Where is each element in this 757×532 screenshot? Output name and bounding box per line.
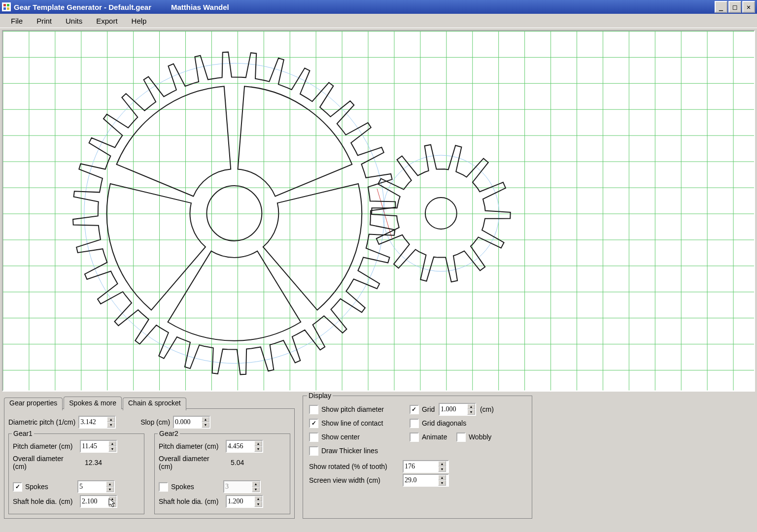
down-arrow-icon[interactable]: ▼ xyxy=(252,487,260,492)
gear2-spokes-input xyxy=(224,481,252,492)
grid-checkbox[interactable]: ✓ xyxy=(410,405,419,414)
svg-rect-3 xyxy=(7,7,9,10)
down-arrow-icon[interactable]: ▼ xyxy=(467,409,475,415)
gear2-shaft-label: Shaft hole dia. (cm) xyxy=(159,498,223,505)
svg-point-48 xyxy=(425,198,457,229)
gear2-legend: Gear2 xyxy=(158,430,180,437)
gear2-overall-label: Overall diameter (cm) xyxy=(159,455,223,470)
up-arrow-icon[interactable]: ▲ xyxy=(438,461,446,466)
up-arrow-icon[interactable]: ▲ xyxy=(254,496,262,501)
up-arrow-icon[interactable]: ▲ xyxy=(252,481,260,487)
tab-chain-sprocket[interactable]: Chain & sprocket xyxy=(123,398,186,410)
gear1 xyxy=(73,52,396,375)
tab-gear-properties[interactable]: Gear properties xyxy=(4,398,63,410)
menu-help[interactable]: Help xyxy=(125,16,154,26)
bottom-panel: Gear properties Spokes & more Chain & sp… xyxy=(0,394,757,521)
show-pitch-dia-checkbox[interactable] xyxy=(309,405,318,414)
tab-spokes-more[interactable]: Spokes & more xyxy=(64,397,122,409)
maximize-button[interactable]: □ xyxy=(728,1,741,13)
up-arrow-icon[interactable]: ▲ xyxy=(467,404,475,409)
gear1-spokes-checkbox[interactable]: ✓ xyxy=(13,482,22,492)
draw-thicker-checkbox[interactable] xyxy=(309,446,318,456)
display-group: Display Show pitch diameter ✓Show line o… xyxy=(303,396,532,519)
down-arrow-icon[interactable]: ▼ xyxy=(108,446,116,452)
menu-export[interactable]: Export xyxy=(89,16,124,26)
grid-spinner[interactable]: ▲▼ xyxy=(439,403,476,416)
svg-point-47 xyxy=(206,186,262,241)
up-arrow-icon[interactable]: ▲ xyxy=(107,417,115,422)
tab-body-spokes: Diametric pitch (1/cm) ▲▼ Slop (cm) ▲▼ G… xyxy=(4,408,295,519)
show-rotated-label: Show rotated (% of tooth) xyxy=(309,463,403,470)
slop-label: Slop (cm) xyxy=(140,418,170,426)
tab-strip: Gear properties Spokes & more Chain & sp… xyxy=(4,397,295,409)
show-line-contact-checkbox[interactable]: ✓ xyxy=(309,419,318,428)
screen-width-label: Screen view width (cm) xyxy=(309,476,403,484)
gear-canvas[interactable] xyxy=(2,30,755,392)
slop-spinner[interactable]: ▲▼ xyxy=(173,416,210,429)
gear2-spokes-spinner[interactable]: ▲▼ xyxy=(223,480,261,493)
diametric-pitch-label: Diametric pitch (1/cm) xyxy=(8,418,75,426)
gear2-pitch-dia-input[interactable] xyxy=(227,441,254,452)
down-arrow-icon[interactable]: ▼ xyxy=(108,501,116,507)
diametric-pitch-input[interactable] xyxy=(79,417,107,428)
grid-label: Grid xyxy=(422,405,439,413)
gear2-spokes-checkbox[interactable] xyxy=(159,482,168,492)
wobbly-checkbox[interactable] xyxy=(456,432,466,442)
gear1-pitch-dia-spinner[interactable]: ▲▼ xyxy=(80,440,117,453)
show-line-contact-label: Show line of contact xyxy=(321,419,383,427)
up-arrow-icon[interactable]: ▲ xyxy=(438,475,446,480)
up-arrow-icon[interactable]: ▲ xyxy=(202,417,209,422)
diametric-pitch-spinner[interactable]: ▲▼ xyxy=(78,416,116,429)
close-button[interactable]: ✕ xyxy=(742,1,755,13)
down-arrow-icon[interactable]: ▼ xyxy=(107,422,115,428)
down-arrow-icon[interactable]: ▼ xyxy=(106,487,114,492)
gear1-group: Gear1 Pitch diameter (cm) ▲▼ Overall dia… xyxy=(8,433,144,514)
animate-checkbox[interactable] xyxy=(410,432,419,442)
gear2-shaft-spinner[interactable]: ▲▼ xyxy=(226,495,263,508)
down-arrow-icon[interactable]: ▼ xyxy=(254,501,262,507)
gear1-shaft-spinner[interactable]: ▲▼ xyxy=(80,495,117,508)
show-center-label: Show center xyxy=(321,433,360,441)
gear1-pitch-dia-input[interactable] xyxy=(81,441,108,452)
svg-rect-2 xyxy=(3,7,6,10)
wobbly-label: Wobbly xyxy=(469,433,491,441)
minimize-button[interactable]: _ xyxy=(715,1,727,13)
gear2-spokes-label: Spokes xyxy=(171,483,220,491)
up-arrow-icon[interactable]: ▲ xyxy=(108,441,116,446)
gear2 xyxy=(372,145,511,282)
app-icon xyxy=(2,2,11,11)
show-rotated-spinner[interactable]: ▲▼ xyxy=(403,460,449,473)
down-arrow-icon[interactable]: ▼ xyxy=(438,466,446,472)
menu-print[interactable]: Print xyxy=(30,16,59,26)
gear1-spokes-input[interactable] xyxy=(78,481,106,492)
menu-file[interactable]: File xyxy=(4,16,30,26)
gear2-shaft-input[interactable] xyxy=(227,496,254,507)
show-rotated-input[interactable] xyxy=(404,461,438,472)
down-arrow-icon[interactable]: ▼ xyxy=(438,480,446,486)
show-pitch-dia-label: Show pitch diameter xyxy=(321,405,384,413)
down-arrow-icon[interactable]: ▼ xyxy=(202,422,209,428)
slop-input[interactable] xyxy=(174,417,202,428)
display-legend: Display xyxy=(307,392,333,399)
show-center-checkbox[interactable] xyxy=(309,432,318,442)
down-arrow-icon[interactable]: ▼ xyxy=(254,446,262,452)
screen-width-input[interactable] xyxy=(404,475,438,486)
gear1-spokes-spinner[interactable]: ▲▼ xyxy=(77,480,115,493)
draw-thicker-label: Draw Thicker lines xyxy=(321,447,378,455)
up-arrow-icon[interactable]: ▲ xyxy=(108,496,116,501)
gear1-shaft-label: Shaft hole dia. (cm) xyxy=(13,498,77,505)
window-titlebar: Gear Template Generator - Default.gear M… xyxy=(0,0,757,14)
up-arrow-icon[interactable]: ▲ xyxy=(106,481,114,487)
menu-units[interactable]: Units xyxy=(59,16,89,26)
gear1-pitch-dia-label: Pitch diameter (cm) xyxy=(13,442,77,450)
screen-width-spinner[interactable]: ▲▼ xyxy=(403,474,449,487)
grid-diagonals-checkbox[interactable] xyxy=(410,419,419,428)
gear2-pitch-dia-spinner[interactable]: ▲▼ xyxy=(226,440,263,453)
gear1-legend: Gear1 xyxy=(12,430,34,437)
grid-input[interactable] xyxy=(440,404,467,415)
up-arrow-icon[interactable]: ▲ xyxy=(254,441,262,446)
gear1-shaft-input[interactable] xyxy=(81,496,108,507)
grid-unit: (cm) xyxy=(480,405,494,413)
window-title: Gear Template Generator - Default.gear xyxy=(14,3,151,11)
gear1-spokes-label: Spokes xyxy=(25,483,74,491)
